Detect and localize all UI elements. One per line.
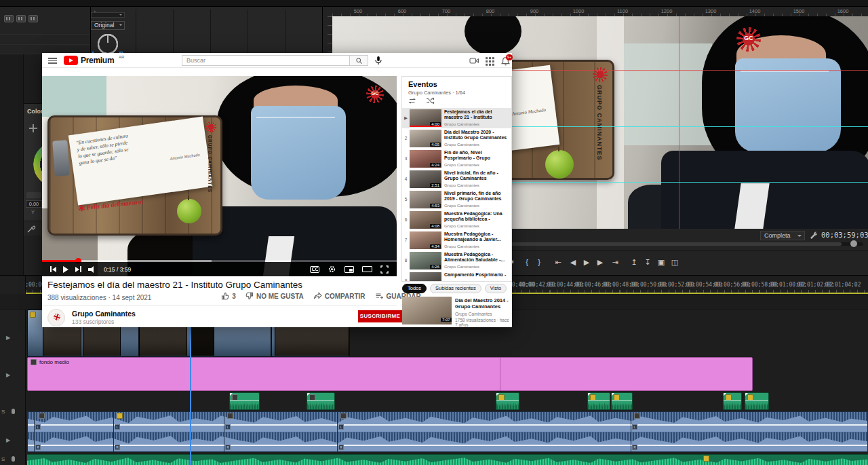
step-forward-button[interactable]: ▶ (597, 257, 603, 267)
workspace-icon-1[interactable] (4, 15, 14, 22)
mark-in-button[interactable]: { (526, 257, 528, 267)
audio-clip-green[interactable] (745, 392, 769, 410)
guide-red-vertical[interactable] (679, 16, 679, 229)
volume-band[interactable] (230, 400, 259, 401)
fx-badge[interactable] (117, 413, 123, 419)
volume-band[interactable] (28, 445, 867, 446)
extract-button[interactable]: ↧ (644, 257, 650, 267)
loop-icon[interactable] (408, 97, 416, 105)
step-back-button[interactable]: ◀ (570, 257, 576, 267)
playlist-item[interactable]: 7 4:34 Muestra Pedagógica - Homenajeando… (402, 230, 511, 250)
playlist-item[interactable]: 8 4:26 Muestra Pedagógica - Alimentación… (402, 250, 511, 271)
theater-mode-icon[interactable] (362, 266, 372, 272)
pan-knob[interactable] (98, 34, 118, 54)
fullscreen-icon[interactable] (380, 265, 389, 274)
playlist-item[interactable]: 2 4:05 Día del Maestro 2020 - Instituto … (402, 128, 511, 149)
subtitles-icon[interactable] (310, 266, 319, 273)
volume-band[interactable] (612, 400, 632, 401)
channel-preset-dropdown[interactable]: Original (91, 21, 125, 30)
filter-chip[interactable]: Subidas recientes (430, 284, 481, 293)
fx-badge[interactable] (31, 359, 37, 365)
clip-thumbnail (275, 327, 349, 356)
color-slider[interactable] (26, 192, 41, 198)
export-frame-button[interactable]: ▣ (658, 257, 665, 267)
fx-badge[interactable] (30, 312, 36, 318)
youtube-logo-icon[interactable] (64, 56, 78, 65)
playlist-item[interactable]: 5 4:53 Nivel primario, fin de año 2019 -… (402, 189, 511, 210)
playlist-item[interactable]: 4 2:51 Nivel inicial, fin de año - Grupo… (402, 169, 511, 189)
monitor-settings-icon[interactable] (809, 231, 818, 240)
volume-icon[interactable] (88, 266, 97, 273)
recommended-video[interactable]: 7:07 Día del Maestro 2014 - Grupo Camina… (402, 297, 512, 327)
item-thumbnail: 4:24 (410, 150, 441, 168)
volume-band[interactable] (28, 424, 867, 426)
volume-band[interactable] (588, 400, 610, 401)
notification-badge: 9+ (506, 54, 513, 60)
channel-name[interactable]: Grupo Caminantes (72, 310, 136, 318)
audio-clip-green[interactable] (611, 392, 633, 410)
audio-clip-green[interactable] (723, 392, 742, 410)
color-picker-crosshair-icon[interactable] (29, 124, 37, 132)
menu-icon[interactable] (48, 58, 57, 64)
share-button[interactable]: COMPARTIR (313, 292, 366, 300)
playlist-item[interactable]: ▶ 4:00 Festejamos el día del maestro 21 … (402, 108, 511, 128)
playlist-item[interactable]: 3 4:24 Fin de año, Nivel Posprimario - G… (402, 149, 511, 169)
channel-effect-dropdown[interactable] (91, 12, 125, 18)
video-player[interactable]: "En cuestiones de cultura y de saber, só… (42, 76, 397, 276)
settings-gear-icon[interactable] (328, 265, 336, 274)
volume-band[interactable] (724, 400, 741, 401)
filter-chip[interactable]: Todos (402, 284, 427, 293)
audio-clip-green[interactable] (229, 392, 260, 410)
item-title: Fin de año, Nivel Posprimario - Grupo Ca… (444, 150, 509, 162)
volume-band[interactable] (745, 400, 768, 401)
playlist-item[interactable]: 6 4:08 Muestra Pedagógica: Una pequeña b… (402, 210, 511, 230)
eyedropper-row[interactable] (24, 221, 42, 236)
playlist-item[interactable]: 9 Campamento Posprimario - (402, 271, 511, 282)
play-button[interactable] (63, 266, 68, 273)
voice-search-icon[interactable] (374, 56, 383, 65)
audio-clip-green[interactable] (496, 392, 519, 410)
search-button[interactable] (349, 55, 368, 66)
title-clip[interactable]: fondo medio (27, 357, 753, 391)
workspace-icon-2[interactable] (16, 15, 26, 22)
color-wheel[interactable] (33, 142, 42, 187)
go-to-in-button[interactable]: ⇤ (555, 257, 561, 267)
audio-clip-green[interactable] (307, 392, 335, 410)
search-input[interactable] (182, 55, 349, 66)
item-thumbnail: 2:51 (410, 170, 441, 188)
subscribe-button[interactable]: SUSCRIBIRME (358, 310, 402, 322)
youtube-logo-text[interactable]: Premium (81, 56, 114, 65)
apps-grid-icon[interactable] (485, 56, 495, 65)
miniplayer-icon[interactable] (344, 266, 354, 273)
fx-badge[interactable] (227, 413, 233, 419)
audio-clip-stereo[interactable] (27, 411, 868, 452)
audio-clip-green[interactable] (587, 392, 610, 410)
previous-button[interactable] (50, 266, 56, 272)
clip-name: fondo medio (39, 359, 69, 365)
volume-band[interactable] (307, 400, 334, 401)
volume-band[interactable] (496, 400, 519, 401)
like-button[interactable]: 3 (221, 292, 236, 300)
mark-out-button[interactable]: } (538, 257, 540, 267)
color-panel-tab[interactable]: Color (27, 108, 42, 115)
shuffle-icon[interactable] (426, 97, 435, 105)
filter-chip[interactable]: Visto (485, 284, 507, 293)
create-video-icon[interactable] (469, 56, 479, 65)
fx-badge[interactable] (703, 455, 709, 462)
fx-badge[interactable] (340, 413, 347, 419)
workspace-icon-3[interactable] (28, 15, 38, 22)
lift-button[interactable]: ↥ (631, 257, 637, 267)
channel-right-badge: R (225, 445, 231, 450)
comparison-view-button[interactable]: ◫ (671, 257, 678, 267)
dislike-button[interactable]: NO ME GUSTA (245, 292, 304, 300)
monitor-zoom-select[interactable]: Completa (760, 231, 805, 240)
audio-clip-music[interactable] (27, 454, 868, 465)
go-to-out-button[interactable]: ⇥ (612, 257, 618, 267)
next-button[interactable] (75, 266, 81, 272)
search-icon (355, 57, 363, 64)
color-value-field[interactable]: 0,00 (26, 200, 42, 208)
play-button[interactable]: ▶ (584, 257, 589, 267)
channel-avatar[interactable] (47, 309, 65, 327)
fx-badge[interactable] (634, 413, 640, 419)
fx-badge[interactable] (39, 413, 45, 419)
